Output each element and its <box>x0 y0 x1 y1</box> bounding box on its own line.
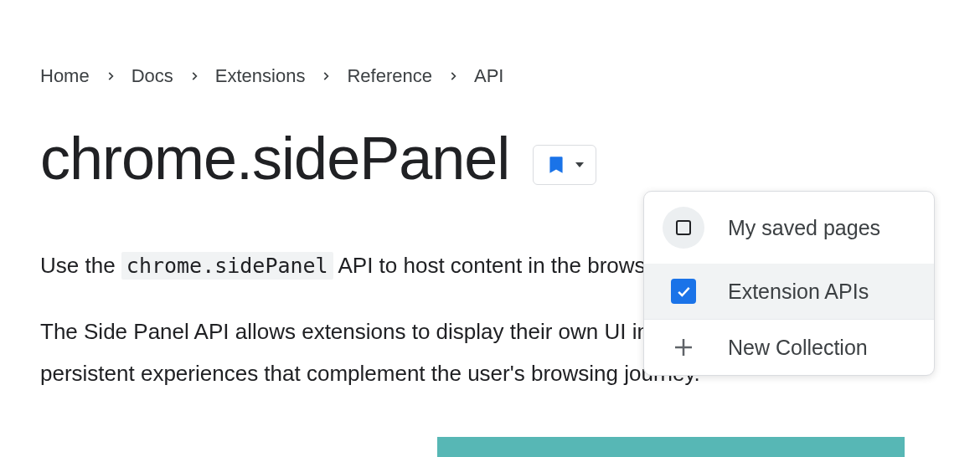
menu-item-label: My saved pages <box>728 216 880 240</box>
chevron-right-icon <box>320 70 332 82</box>
page-title: chrome.sidePanel <box>40 124 509 193</box>
bookmark-dropdown-button[interactable] <box>533 145 596 185</box>
square-outline-icon <box>663 207 704 249</box>
decorative-strip <box>437 437 905 457</box>
menu-item-extension-apis[interactable]: Extension APIs <box>644 264 934 319</box>
breadcrumb: Home Docs Extensions Reference API <box>40 65 980 87</box>
breadcrumb-item-extensions[interactable]: Extensions <box>215 65 306 87</box>
plus-icon <box>663 335 704 360</box>
api-code-token: chrome.sidePanel <box>121 252 333 280</box>
menu-item-label: New Collection <box>728 336 868 360</box>
bookmark-icon <box>545 154 567 176</box>
caret-down-icon <box>575 162 584 167</box>
chevron-right-icon <box>188 70 200 82</box>
chevron-right-icon <box>105 70 116 82</box>
chevron-right-icon <box>447 70 459 82</box>
menu-item-new-collection[interactable]: New Collection <box>644 320 934 375</box>
intro-text-1: Use the <box>40 253 121 278</box>
bookmark-collections-menu: My saved pages Extension APIs New Collec… <box>643 191 935 376</box>
breadcrumb-item-docs[interactable]: Docs <box>132 65 173 87</box>
breadcrumb-item-home[interactable]: Home <box>40 65 90 87</box>
breadcrumb-item-api[interactable]: API <box>474 65 503 87</box>
breadcrumb-item-reference[interactable]: Reference <box>347 65 432 87</box>
checked-box-icon <box>663 279 704 304</box>
menu-item-label: Extension APIs <box>728 280 869 304</box>
menu-item-my-saved-pages[interactable]: My saved pages <box>644 192 934 264</box>
svg-rect-0 <box>677 221 690 234</box>
title-row: chrome.sidePanel <box>40 124 980 193</box>
